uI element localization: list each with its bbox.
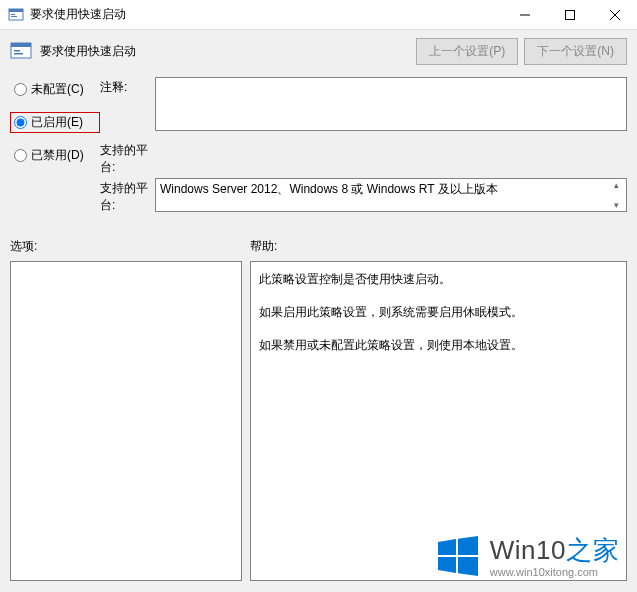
next-setting-button[interactable]: 下一个设置(N) bbox=[524, 38, 627, 65]
radio-enabled-label: 已启用(E) bbox=[31, 114, 83, 131]
comment-textbox[interactable] bbox=[155, 77, 627, 131]
platform-label-2: 支持的平台: bbox=[100, 178, 155, 214]
minimize-button[interactable] bbox=[502, 0, 547, 29]
window-title: 要求使用快速启动 bbox=[30, 6, 502, 23]
scroll-up-icon[interactable]: ▴ bbox=[608, 180, 624, 190]
svg-rect-10 bbox=[14, 50, 20, 52]
help-line-2: 如果启用此策略设置，则系统需要启用休眠模式。 bbox=[259, 301, 618, 324]
section-labels: 选项: 帮助: bbox=[0, 238, 637, 255]
supported-platform-box[interactable]: Windows Server 2012、Windows 8 或 Windows … bbox=[155, 178, 627, 212]
radio-not-configured[interactable]: 未配置(C) bbox=[10, 79, 100, 100]
maximize-button[interactable] bbox=[547, 0, 592, 29]
radio-enabled-input[interactable] bbox=[14, 116, 27, 129]
options-label: 选项: bbox=[10, 238, 250, 255]
svg-rect-2 bbox=[11, 14, 15, 15]
app-icon bbox=[8, 7, 24, 23]
header-title: 要求使用快速启动 bbox=[40, 43, 410, 60]
options-panel bbox=[10, 261, 242, 581]
svg-rect-11 bbox=[14, 53, 23, 55]
radio-not-configured-input[interactable] bbox=[14, 83, 27, 96]
radio-disabled-label: 已禁用(D) bbox=[31, 147, 84, 164]
svg-rect-9 bbox=[11, 43, 31, 47]
svg-rect-5 bbox=[565, 10, 574, 19]
svg-rect-3 bbox=[11, 16, 17, 17]
titlebar: 要求使用快速启动 bbox=[0, 0, 637, 30]
supported-platform-text: Windows Server 2012、Windows 8 或 Windows … bbox=[160, 181, 498, 198]
platform-label: 支持的平台: bbox=[100, 142, 155, 176]
radio-enabled[interactable]: 已启用(E) bbox=[10, 112, 100, 133]
header-row: 要求使用快速启动 上一个设置(P) 下一个设置(N) bbox=[0, 30, 637, 72]
help-panel: 此策略设置控制是否使用快速启动。 如果启用此策略设置，则系统需要启用休眠模式。 … bbox=[250, 261, 627, 581]
help-line-1: 此策略设置控制是否使用快速启动。 bbox=[259, 268, 618, 291]
previous-setting-button[interactable]: 上一个设置(P) bbox=[416, 38, 518, 65]
radio-disabled[interactable]: 已禁用(D) bbox=[10, 145, 100, 166]
svg-rect-1 bbox=[9, 9, 23, 12]
radio-group: 未配置(C) 已启用(E) 已禁用(D) bbox=[10, 77, 100, 176]
help-line-3: 如果禁用或未配置此策略设置，则使用本地设置。 bbox=[259, 334, 618, 357]
close-button[interactable] bbox=[592, 0, 637, 29]
panels-row: 此策略设置控制是否使用快速启动。 如果启用此策略设置，则系统需要启用休眠模式。 … bbox=[0, 255, 637, 591]
radio-not-configured-label: 未配置(C) bbox=[31, 81, 84, 98]
scroll-down-icon[interactable]: ▾ bbox=[608, 200, 624, 210]
window-controls bbox=[502, 0, 637, 29]
radio-disabled-input[interactable] bbox=[14, 149, 27, 162]
help-label: 帮助: bbox=[250, 238, 277, 255]
config-area: 未配置(C) 已启用(E) 已禁用(D) 注释: 支持的平台: 支持的平台: W… bbox=[0, 72, 637, 230]
policy-icon bbox=[10, 40, 32, 62]
